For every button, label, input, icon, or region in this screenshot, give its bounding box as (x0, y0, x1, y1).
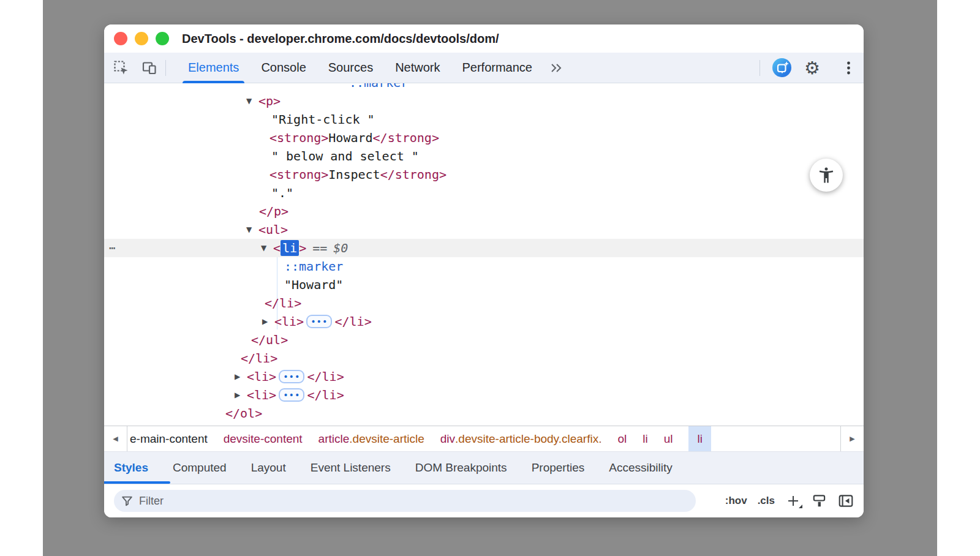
tag-token: </li> (334, 314, 371, 329)
dom-tree-row[interactable]: ::marker (104, 83, 864, 92)
dom-tree-row[interactable]: </ol> (104, 404, 864, 423)
breadcrumb-cls-part: .devsite-article-body.clearfix. (455, 432, 601, 446)
toolbar-right: ⚙ (760, 58, 853, 77)
breadcrumb-scroll-left-button[interactable]: ◀ (104, 426, 127, 451)
dom-tree-row[interactable]: "." (104, 184, 864, 202)
breadcrumb-scroll-right-button[interactable]: ▶ (840, 426, 864, 451)
dom-tree-row[interactable]: ▶<li>•••</li> (104, 386, 864, 404)
tab-event-listeners[interactable]: Event Listeners (311, 461, 391, 475)
accessibility-person-icon[interactable] (810, 159, 843, 192)
breadcrumb-tag-part: ul (664, 432, 673, 446)
dom-tree-row[interactable]: "Howard" (104, 276, 864, 294)
collapsed-content-ellipsis-button[interactable]: ••• (279, 388, 304, 402)
breadcrumb-item[interactable]: article.devsite-article (318, 426, 424, 451)
tag-token: <strong> (270, 167, 328, 182)
selected-tag-name: li (281, 240, 299, 256)
tab-performance[interactable]: Performance (462, 53, 533, 83)
tag-token: </ol> (225, 406, 262, 421)
collapsed-content-ellipsis-button[interactable]: ••• (306, 315, 332, 328)
tab-properties[interactable]: Properties (532, 461, 585, 475)
row-overflow-dots: ⋯ (109, 239, 116, 257)
close-button[interactable] (114, 32, 127, 45)
breadcrumb-item[interactable]: li (688, 426, 710, 451)
dom-tree-row[interactable]: ▶<li>•••</li> (104, 367, 864, 386)
breadcrumb-item[interactable]: ul (664, 426, 673, 451)
text-token: "." (271, 186, 293, 200)
breadcrumb-tag-part: li (697, 432, 702, 446)
collapse-arrow-icon[interactable]: ▶ (262, 312, 274, 331)
breadcrumb-item[interactable]: div.devsite-article-body.clearfix. (440, 426, 602, 451)
collapse-arrow-icon[interactable]: ▶ (235, 367, 247, 386)
dom-tree-row[interactable]: "Right-click " (104, 110, 864, 129)
expand-arrow-icon[interactable]: ▼ (246, 220, 258, 239)
breadcrumb-item[interactable]: ol (617, 426, 627, 451)
breadcrumb-item[interactable]: devsite-content (224, 426, 303, 451)
minimize-button[interactable] (135, 32, 148, 45)
expand-arrow-icon[interactable]: ▼ (261, 239, 273, 257)
filter-field[interactable] (114, 490, 696, 512)
dom-tree-row[interactable]: ▼<ul> (104, 220, 864, 239)
breadcrumb-tag-part: article (318, 432, 350, 446)
device-toolbar-icon[interactable] (141, 59, 158, 77)
tag-token: > (299, 241, 306, 255)
tag-token: <p> (258, 94, 281, 108)
dom-tree-row[interactable]: </li> (104, 294, 864, 312)
inspect-icon[interactable] (113, 59, 130, 77)
dom-tree-row[interactable]: ▼<p> (104, 92, 864, 110)
dom-tree-row[interactable]: </ul> (104, 331, 864, 349)
element-classes-button[interactable]: .cls (758, 495, 775, 507)
dom-tree-row[interactable]: <strong>Howard</strong> (104, 129, 864, 147)
breadcrumb-tag-part: devsite-content (224, 432, 303, 446)
dom-tree-panel: ::marker▼<p>"Right-click "<strong>Howard… (104, 83, 864, 426)
ai-assistant-icon[interactable] (772, 58, 791, 77)
tag-token: <li> (274, 314, 304, 329)
more-tabs-button[interactable] (549, 61, 564, 75)
paint-roller-icon[interactable] (812, 493, 827, 509)
breadcrumb-tag-part: ol (617, 432, 627, 446)
more-options-icon[interactable] (844, 59, 853, 77)
devtools-window: DevTools - developer.chrome.com/docs/dev… (104, 24, 864, 517)
tag-token: </p> (259, 204, 288, 219)
dom-tree-row[interactable]: </p> (104, 202, 864, 220)
settings-gear-icon[interactable]: ⚙ (804, 59, 821, 77)
dom-tree-row[interactable]: ::marker (104, 257, 864, 276)
tag-token: </li> (265, 296, 301, 310)
collapse-panel-icon[interactable] (838, 493, 854, 509)
tag-token: </li> (307, 369, 344, 384)
tag-token: <strong> (270, 130, 328, 145)
tab-sources[interactable]: Sources (328, 53, 373, 83)
tab-accessibility[interactable]: Accessibility (609, 461, 672, 475)
tab-network[interactable]: Network (395, 53, 440, 83)
new-style-rule-button[interactable] (785, 493, 801, 509)
breadcrumb-cls-part: .devsite-article (349, 432, 424, 446)
tab-styles[interactable]: Styles (114, 461, 148, 475)
collapse-arrow-icon[interactable]: ▶ (235, 386, 247, 404)
dom-tree-row[interactable]: " below and select " (104, 147, 864, 165)
devtools-toolbar: ElementsConsoleSourcesNetworkPerformance… (104, 53, 864, 83)
collapsed-content-ellipsis-button[interactable]: ••• (279, 370, 304, 383)
dom-tree-row[interactable]: ▶<li>•••</li> (104, 312, 864, 331)
breadcrumb-tag-part: li (643, 432, 647, 446)
toggle-element-state-button[interactable]: :hov (725, 495, 747, 507)
breadcrumb-item[interactable]: e-main-content (130, 426, 208, 451)
tab-layout[interactable]: Layout (251, 461, 286, 475)
zoom-button[interactable] (156, 32, 169, 45)
breadcrumb-bar: ◀ e-main-contentdevsite-contentarticle.d… (104, 426, 864, 451)
tag-token: </strong> (373, 130, 439, 145)
tab-computed[interactable]: Computed (173, 461, 227, 475)
tab-elements[interactable]: Elements (188, 53, 239, 83)
expand-arrow-icon[interactable]: ▼ (246, 92, 258, 110)
dom-tree-row[interactable]: ⋯▼<li>==$0 (104, 239, 864, 257)
tab-dom-breakpoints[interactable]: DOM Breakpoints (415, 461, 507, 475)
text-token: Inspect (328, 167, 380, 182)
dom-tree-row[interactable]: <strong>Inspect</strong> (104, 165, 864, 184)
pseudo-element-token: ::marker (284, 259, 343, 274)
tab-console[interactable]: Console (261, 53, 306, 83)
traffic-lights (104, 32, 169, 45)
breadcrumb-item[interactable]: li (643, 426, 647, 451)
dom-tree-row[interactable]: </li> (104, 349, 864, 367)
window-title: DevTools - developer.chrome.com/docs/dev… (182, 32, 499, 46)
filter-input[interactable] (139, 495, 688, 508)
tag-token: </li> (307, 388, 344, 402)
breadcrumb: e-main-contentdevsite-contentarticle.dev… (127, 426, 711, 451)
